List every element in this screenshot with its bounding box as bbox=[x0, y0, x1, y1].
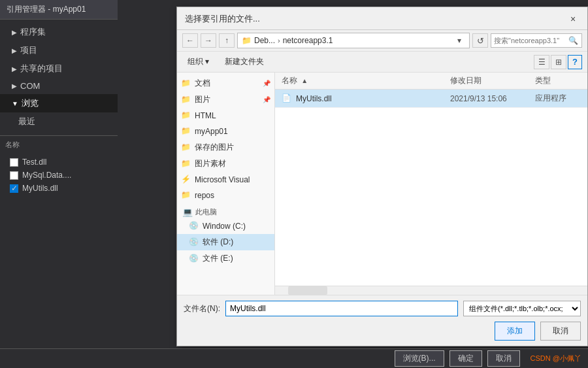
folder-icon: 📁 bbox=[181, 126, 191, 137]
file-checkbox[interactable] bbox=[10, 171, 18, 180]
nav-browse[interactable]: ▼ 浏览 bbox=[0, 94, 118, 112]
new-folder-button[interactable]: 新建文件夹 bbox=[220, 54, 269, 69]
divider bbox=[0, 135, 118, 136]
view-details-button[interactable]: ☰ bbox=[534, 55, 549, 69]
refresh-button[interactable]: ↺ bbox=[472, 33, 488, 48]
file-content-area: 名称 ▲ 修改日期 类型 📄 MyUtils.dll 2021/9/13 15:… bbox=[275, 73, 587, 295]
folder-icon: 📁 bbox=[181, 142, 191, 153]
tree-item-html[interactable]: 📁 HTML bbox=[177, 108, 274, 124]
table-row[interactable]: 📄 MyUtils.dll 2021/9/13 15:06 应用程序 bbox=[275, 90, 587, 108]
breadcrumb-icon: 📁 bbox=[242, 36, 252, 45]
col-header-date[interactable]: 修改日期 bbox=[450, 75, 535, 86]
table-header: 名称 ▲ 修改日期 类型 bbox=[275, 73, 587, 90]
forward-button[interactable]: → bbox=[201, 33, 216, 48]
search-input[interactable] bbox=[491, 37, 566, 44]
nav-shared[interactable]: ▶ 共享的项目 bbox=[0, 59, 118, 78]
breadcrumb-dropdown[interactable]: ▾ bbox=[453, 36, 465, 45]
col-header-name[interactable]: 名称 ▲ bbox=[282, 75, 450, 86]
tree-item-saved-pics[interactable]: 📁 保存的图片 bbox=[177, 139, 274, 156]
expand-arrow: ▶ bbox=[12, 29, 17, 36]
ok-button[interactable]: 确定 bbox=[449, 350, 482, 367]
breadcrumb[interactable]: 📁 Deb... › netcoreapp3.1 ▾ bbox=[237, 33, 470, 48]
organize-button[interactable]: 组织 ▾ bbox=[182, 54, 214, 69]
file-list-scroll[interactable]: 📄 MyUtils.dll 2021/9/13 15:06 应用程序 bbox=[275, 90, 587, 286]
search-bar: 🔍 bbox=[491, 33, 582, 48]
search-icon[interactable]: 🔍 bbox=[566, 34, 580, 47]
dialog-titlebar: 选择要引用的文件... × bbox=[177, 7, 587, 30]
nav-com[interactable]: ▶ COM bbox=[0, 78, 118, 94]
dialog-actions: 添加 取消 bbox=[184, 322, 581, 341]
vs-icon: ⚡ bbox=[181, 175, 191, 185]
expand-arrow: ▶ bbox=[12, 65, 17, 73]
pin-icon: 📌 bbox=[263, 96, 270, 103]
dialog-body: 📁 文档 📌 📁 图片 📌 📁 HTML 📁 myApp01 📁 保存的图片 bbox=[177, 73, 587, 295]
close-button[interactable]: × bbox=[566, 12, 580, 25]
view-tiles-button[interactable]: ⊞ bbox=[551, 55, 566, 69]
help-button[interactable]: ? bbox=[568, 55, 582, 69]
folder-icon: 📁 bbox=[181, 159, 191, 169]
back-button[interactable]: ← bbox=[182, 33, 198, 48]
tree-item-pics[interactable]: 📁 图片 📌 bbox=[177, 92, 274, 108]
nav-recent[interactable]: 最近 bbox=[0, 112, 118, 131]
list-item[interactable]: ✓ MyUtils.dll bbox=[7, 182, 111, 195]
browse-button[interactable]: 浏览(B)... bbox=[395, 350, 444, 367]
ref-manager-title: 引用管理器 - myApp01 bbox=[0, 0, 118, 20]
nav-projects[interactable]: ▶ 项目 bbox=[0, 41, 118, 59]
ref-file-list: Test.dll MySql.Data.... ✓ MyUtils.dll bbox=[0, 152, 118, 198]
expand-arrow: ▶ bbox=[12, 47, 17, 54]
filename-row: 文件名(N): 组件文件(*.dll;*.tlb;*.olb;*.ocx; bbox=[184, 301, 581, 316]
list-item[interactable]: Test.dll bbox=[7, 156, 111, 169]
expand-arrow-active: ▼ bbox=[12, 100, 18, 107]
folder-icon: 📁 bbox=[181, 110, 191, 121]
expand-arrow: ▶ bbox=[12, 82, 17, 90]
tree-item-myapp[interactable]: 📁 myApp01 bbox=[177, 124, 274, 139]
statusbar: 浏览(B)... 确定 取消 CSDN @小佩丫 bbox=[0, 348, 588, 368]
folder-icon: 📁 bbox=[181, 95, 191, 105]
dialog-title: 选择要引用的文件... bbox=[185, 13, 260, 25]
tree-item-c[interactable]: 💿 Window (C:) bbox=[177, 218, 274, 234]
tree-item-repos[interactable]: 📁 repos bbox=[177, 188, 274, 203]
drive-icon: 💿 bbox=[189, 221, 199, 231]
computer-section: 💻 此电脑 bbox=[177, 203, 274, 218]
pin-icon: 📌 bbox=[263, 80, 270, 87]
ref-nav-list: ▶ 程序集 ▶ 项目 ▶ 共享的项目 ▶ COM ▼ 浏览 最近 bbox=[0, 20, 118, 134]
computer-icon: 💻 bbox=[182, 207, 193, 217]
dll-icon: 📄 bbox=[282, 93, 292, 104]
folder-icon: 📁 bbox=[181, 190, 191, 201]
breadcrumb-sep: › bbox=[278, 37, 280, 44]
file-date: 2021/9/13 15:06 bbox=[450, 94, 535, 103]
file-picker-dialog: 选择要引用的文件... × ← → ↑ 📁 Deb... › netcoreap… bbox=[176, 7, 588, 346]
view-buttons: ☰ ⊞ ? bbox=[534, 55, 582, 69]
file-tree: 📁 文档 📌 📁 图片 📌 📁 HTML 📁 myApp01 📁 保存的图片 bbox=[177, 73, 275, 295]
up-button[interactable]: ↑ bbox=[219, 33, 235, 48]
tree-item-d[interactable]: 💿 软件 (D:) bbox=[177, 234, 274, 250]
add-button[interactable]: 添加 bbox=[495, 322, 535, 341]
nav-toolbar: ← → ↑ 📁 Deb... › netcoreapp3.1 ▾ ↺ 🔍 bbox=[177, 30, 587, 52]
file-checkbox[interactable] bbox=[10, 158, 18, 167]
folder-icon: 📁 bbox=[181, 78, 191, 89]
breadcrumb-part2: netcoreapp3.1 bbox=[283, 36, 333, 45]
cancel-button[interactable]: 取消 bbox=[540, 322, 581, 341]
tree-item-e[interactable]: 💿 文件 (E:) bbox=[177, 250, 274, 267]
filename-input[interactable] bbox=[225, 301, 458, 316]
file-list-header: 名称 bbox=[0, 137, 118, 152]
horizontal-scrollbar[interactable] bbox=[275, 286, 587, 295]
tree-item-docs[interactable]: 📁 文档 📌 bbox=[177, 75, 274, 92]
watermark: CSDN @小佩丫 bbox=[531, 354, 581, 363]
dialog-bottom: 文件名(N): 组件文件(*.dll;*.tlb;*.olb;*.ocx; 添加… bbox=[177, 295, 587, 346]
filename-label: 文件名(N): bbox=[184, 303, 220, 314]
drive-icon: 💿 bbox=[189, 237, 199, 248]
tree-item-vs[interactable]: ⚡ Microsoft Visual bbox=[177, 172, 274, 188]
file-type: 应用程序 bbox=[535, 93, 581, 104]
file-checkbox-checked[interactable]: ✓ bbox=[10, 184, 18, 193]
tree-item-pic-material[interactable]: 📁 图片素材 bbox=[177, 156, 274, 172]
file-toolbar: 组织 ▾ 新建文件夹 ☰ ⊞ ? bbox=[177, 52, 587, 73]
breadcrumb-part1: Deb... bbox=[254, 36, 275, 45]
list-item[interactable]: MySql.Data.... bbox=[7, 169, 111, 182]
nav-assemblies[interactable]: ▶ 程序集 bbox=[0, 23, 118, 41]
file-name: MyUtils.dll bbox=[296, 94, 450, 103]
col-header-type[interactable]: 类型 bbox=[535, 75, 581, 86]
drive-icon: 💿 bbox=[189, 254, 199, 264]
status-cancel-button[interactable]: 取消 bbox=[487, 350, 520, 367]
filetype-select[interactable]: 组件文件(*.dll;*.tlb;*.olb;*.ocx; bbox=[463, 301, 581, 316]
